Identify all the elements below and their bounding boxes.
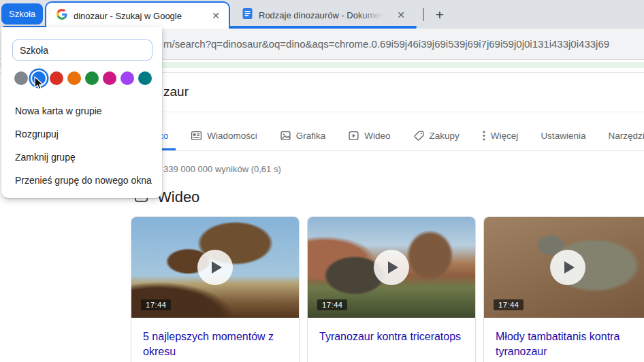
color-swatch-orange[interactable]: [67, 71, 81, 85]
video-section-title: Wideo: [157, 188, 199, 206]
menu-item-move-group-to-new-window[interactable]: Przenieś grupę do nowego okna: [1, 169, 162, 192]
nav-tab-label: Ustawienia: [541, 131, 585, 141]
color-swatch-cyan[interactable]: [138, 71, 152, 85]
news-icon: [191, 130, 202, 142]
nav-tab-label: Zakupy: [430, 131, 460, 141]
color-swatch-green[interactable]: [85, 71, 99, 85]
video-title-link[interactable]: Tyranozaur kontra triceratops: [308, 318, 475, 344]
group-name-input[interactable]: [12, 39, 152, 61]
close-icon[interactable]: ✕: [395, 9, 407, 21]
color-swatch-purple[interactable]: [120, 71, 134, 85]
tab-wiadomosci[interactable]: Wiadomości: [191, 130, 257, 142]
tag-icon: [413, 130, 425, 142]
google-favicon-icon: [57, 9, 67, 22]
tab-rodzaje-dinozaurow[interactable]: Rodzaje dinozaurów - Dokument ✕: [234, 3, 411, 27]
image-icon: [280, 130, 291, 142]
nav-tab-label: Narzędzia: [608, 131, 644, 141]
video-duration: 17:44: [494, 299, 524, 310]
tab-grafika[interactable]: Grafika: [280, 130, 326, 142]
tab-title-fade: [357, 10, 389, 20]
video-card[interactable]: 17:44 Tyranozaur kontra triceratops: [307, 216, 476, 362]
results-nav-tabs: ko Wiadomości: [159, 125, 644, 146]
nav-tab-label: Wideo: [364, 131, 390, 141]
tab-narzedzia[interactable]: Narzędzia: [608, 131, 644, 141]
tab-ustawienia[interactable]: Ustawienia: [541, 131, 585, 141]
nav-tab-label: Więcej: [491, 131, 519, 141]
tab-dinozaur[interactable]: dinozaur - Szukaj w Google ✕: [45, 1, 230, 29]
video-cards: 17:44 5 najlepszych momentów z okresu 17…: [131, 216, 644, 362]
video-title-link[interactable]: Młody tambatitanis kontra tyranozaur: [484, 318, 644, 359]
browser-window: Szkoła dinozaur - Szukaj w Google ✕: [0, 0, 644, 362]
video-duration: 17:44: [317, 299, 347, 310]
nav-tab-label: Wiadomości: [207, 131, 257, 141]
url-bar[interactable]: m/search?q=dinosaur&oq=dino&aqs=chrome.0…: [163, 29, 644, 59]
mouse-cursor-icon: [33, 76, 47, 93]
nav-tab-label: Grafika: [296, 131, 326, 141]
search-query-partial[interactable]: zaur: [163, 84, 189, 99]
tab-group-menu: Nowa karta w grupie Rozgrupuj Zamknij gr…: [1, 27, 162, 198]
tab-separator: [423, 8, 424, 21]
tab-wiecej[interactable]: Więcej: [482, 130, 519, 142]
video-thumbnail[interactable]: 17:44: [484, 217, 644, 318]
video-title-link[interactable]: 5 najlepszych momentów z okresu: [131, 318, 299, 359]
color-swatch-red[interactable]: [50, 71, 63, 85]
tab-zakupy[interactable]: Zakupy: [413, 130, 460, 142]
new-tab-button[interactable]: +: [430, 5, 450, 25]
menu-item-close-group[interactable]: Zamknij grupę: [1, 146, 162, 169]
play-button-icon[interactable]: [197, 250, 233, 285]
group-menu-items: Nowa karta w grupie Rozgrupuj Zamknij gr…: [1, 99, 162, 192]
play-button-icon[interactable]: [550, 250, 585, 285]
play-button-icon[interactable]: [374, 250, 409, 285]
menu-item-new-tab-in-group[interactable]: Nowa karta w grupie: [1, 99, 162, 122]
tab-wideo[interactable]: Wideo: [348, 130, 390, 142]
video-thumbnail[interactable]: 17:44: [308, 217, 475, 318]
menu-item-ungroup[interactable]: Rozgrupuj: [1, 122, 162, 146]
close-icon[interactable]: ✕: [210, 10, 222, 22]
tab-group-chip[interactable]: Szkoła: [1, 3, 43, 24]
color-swatch-pink[interactable]: [103, 71, 116, 85]
video-card[interactable]: 17:44 Młody tambatitanis kontra tyranoza…: [483, 216, 644, 362]
video-icon: [348, 130, 359, 142]
video-thumbnail[interactable]: 17:44: [131, 217, 299, 318]
color-swatch-grey[interactable]: [14, 71, 28, 85]
more-vertical-icon: [482, 130, 486, 142]
tab-title: dinozaur - Szukaj w Google: [74, 11, 204, 21]
tab-title: Rodzaje dinozaurów - Dokument: [259, 10, 389, 20]
video-duration: 17:44: [141, 299, 171, 310]
google-docs-icon: [242, 8, 253, 22]
results-stats: 339 000 000 wyników (0,61 s): [163, 164, 281, 174]
video-card[interactable]: 17:44 5 najlepszych momentów z okresu: [131, 216, 300, 362]
tab-strip: Szkoła dinozaur - Szukaj w Google ✕: [0, 0, 644, 29]
